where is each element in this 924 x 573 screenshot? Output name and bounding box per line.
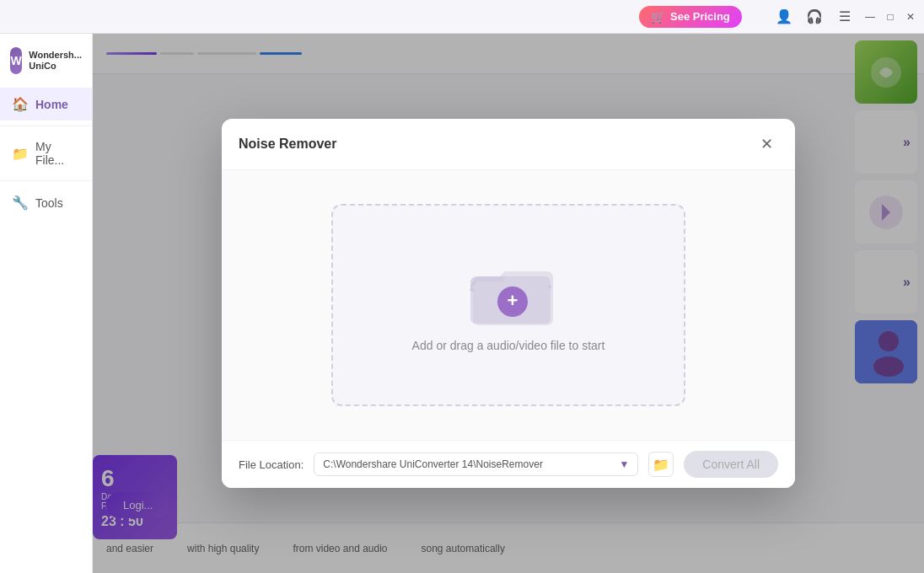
menu-icon[interactable]: ☰: [833, 5, 857, 29]
sidebar-divider: [0, 126, 92, 126]
app-logo: W Wondersh... UniCo: [0, 40, 92, 88]
upload-area[interactable]: ✦ ✦ + Add or drag a audio/video file to …: [331, 204, 685, 406]
sidebar-item-tools-label: Tools: [35, 196, 63, 210]
main-content: » »: [93, 34, 924, 573]
modal-title: Noise Remover: [239, 137, 337, 152]
dropdown-arrow-icon: ▼: [619, 458, 629, 470]
logo-icon: W: [10, 47, 22, 74]
convert-all-button[interactable]: Convert All: [684, 451, 778, 478]
folder-browse-icon: 📁: [653, 457, 669, 473]
sidebar-item-myfiles-label: My File...: [35, 140, 80, 167]
modal-body: ✦ ✦ + Add or drag a audio/video file to …: [222, 170, 795, 440]
sidebar-item-tools[interactable]: 🔧 Tools: [0, 186, 92, 219]
file-location-label: File Location:: [239, 458, 304, 471]
upload-text: Add or drag a audio/video file to start: [412, 339, 605, 352]
sidebar-divider-2: [0, 180, 92, 181]
folder-svg: ✦ ✦ +: [466, 258, 559, 329]
title-bar: 🛒 See Pricing 👤 🎧 ☰ — □ ✕: [0, 0, 924, 34]
tools-icon: 🔧: [12, 195, 29, 211]
logo-text: Wondersh... UniCo: [29, 50, 82, 72]
svg-text:+: +: [508, 290, 518, 311]
file-path-text: C:\Wondershare UniConverter 14\NoiseRemo…: [323, 458, 619, 470]
home-icon: 🏠: [12, 96, 29, 112]
noise-remover-modal: Noise Remover ✕: [222, 119, 795, 488]
svg-text:✦: ✦: [546, 282, 553, 292]
headphone-icon[interactable]: 🎧: [803, 5, 826, 29]
maximize-button[interactable]: □: [884, 10, 897, 24]
sidebar-item-home-label: Home: [35, 98, 68, 111]
files-icon: 📁: [12, 146, 29, 162]
user-icon[interactable]: 👤: [772, 5, 796, 29]
sidebar-item-home[interactable]: 🏠 Home: [0, 88, 92, 120]
modal-close-button[interactable]: ✕: [755, 132, 778, 156]
title-bar-icons: 👤 🎧 ☰ — □ ✕: [772, 5, 917, 29]
modal-overlay: Noise Remover ✕: [93, 34, 924, 573]
minimize-button[interactable]: —: [863, 10, 877, 24]
see-pricing-button[interactable]: 🛒 See Pricing: [639, 6, 742, 28]
sidebar: W Wondersh... UniCo 🏠 Home 📁 My File... …: [0, 34, 93, 573]
modal-header: Noise Remover ✕: [222, 119, 795, 170]
file-path-input[interactable]: C:\Wondershare UniConverter 14\NoiseRemo…: [314, 453, 638, 476]
cart-icon: 🛒: [651, 10, 665, 24]
close-button[interactable]: ✕: [904, 10, 917, 24]
folder-icon-wrap: ✦ ✦ +: [466, 258, 551, 325]
sidebar-item-myfiles[interactable]: 📁 My File...: [0, 131, 92, 175]
svg-text:✦: ✦: [468, 284, 476, 296]
browse-folder-button[interactable]: 📁: [648, 452, 674, 477]
app-container: W Wondersh... UniCo 🏠 Home 📁 My File... …: [0, 34, 924, 573]
modal-footer: File Location: C:\Wondershare UniConvert…: [222, 440, 795, 488]
